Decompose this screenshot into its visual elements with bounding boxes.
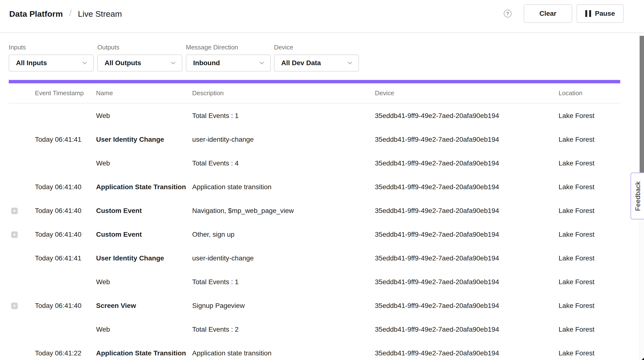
event-description: Total Events : 1 (192, 278, 375, 286)
breadcrumb: Data Platform / Live Stream (9, 9, 122, 19)
event-device: 35eddb41-9ff9-49e2-7aed-20afa90eb194 (375, 112, 558, 120)
event-location: Lake Forest (558, 207, 620, 215)
event-location: Lake Forest (558, 231, 620, 238)
event-location: Lake Forest (558, 160, 620, 167)
inputs-select[interactable]: All Inputs (9, 54, 94, 71)
help-icon[interactable]: ? (504, 10, 512, 17)
event-name: User Identity Change (96, 136, 192, 143)
table-row[interactable]: + Today 06:41:40 Custom Event Navigation… (9, 199, 620, 223)
pause-button[interactable]: Pause (576, 4, 624, 23)
event-location: Lake Forest (558, 302, 620, 310)
event-device: 35eddb41-9ff9-49e2-7aed-20afa90eb194 (375, 278, 558, 286)
event-location: Lake Forest (558, 278, 620, 286)
event-device: 35eddb41-9ff9-49e2-7aed-20afa90eb194 (375, 231, 558, 238)
event-description: Total Events : 4 (192, 160, 375, 167)
table-row[interactable]: + Today 06:41:40 Screen View Signup Page… (9, 294, 620, 318)
scrollbar-thumb[interactable] (640, 36, 644, 173)
event-timestamp: Today 06:41:41 (35, 136, 96, 143)
filter-outputs-label: Outputs (97, 44, 120, 51)
event-name: Application State Transition (96, 349, 192, 357)
device-select-value: All Dev Data (281, 59, 321, 67)
event-device: 35eddb41-9ff9-49e2-7aed-20afa90eb194 (375, 160, 558, 167)
event-timestamp: Today 06:41:40 (35, 302, 96, 310)
table-row[interactable]: Today 06:41:22 Application State Transit… (9, 341, 620, 360)
table-row[interactable]: Web Total Events : 4 35eddb41-9ff9-49e2-… (9, 151, 620, 175)
table-row[interactable]: Today 06:41:41 User Identity Change user… (9, 246, 620, 270)
event-description: user-identity-change (192, 254, 375, 262)
event-location: Lake Forest (558, 136, 620, 143)
event-timestamp: Today 06:41:40 (35, 183, 96, 191)
event-name: Custom Event (96, 207, 192, 215)
message-direction-select-value: Inbound (193, 59, 220, 67)
breadcrumb-data-platform[interactable]: Data Platform (9, 9, 63, 19)
pause-icon (585, 10, 591, 17)
table-row[interactable]: Web Total Events : 1 35eddb41-9ff9-49e2-… (9, 270, 620, 294)
message-direction-select[interactable]: Inbound (186, 54, 271, 71)
inputs-select-value: All Inputs (16, 59, 47, 67)
filter-message-direction-label: Message Direction (186, 44, 238, 51)
event-name: Web (96, 278, 192, 286)
event-location: Lake Forest (558, 254, 620, 262)
event-timestamp: Today 06:41:40 (35, 207, 96, 215)
expand-row-button[interactable]: + (11, 208, 18, 214)
event-description: Total Events : 1 (192, 112, 375, 120)
expand-row-button[interactable]: + (11, 231, 18, 238)
event-name: Custom Event (96, 231, 192, 238)
event-name: User Identity Change (96, 254, 192, 262)
event-device: 35eddb41-9ff9-49e2-7aed-20afa90eb194 (375, 183, 558, 191)
table-row[interactable]: Today 06:41:41 User Identity Change user… (9, 128, 620, 151)
outputs-select[interactable]: All Outputs (97, 54, 182, 71)
event-name: Web (96, 326, 192, 333)
page-header: Data Platform / Live Stream ? Clear Paus… (0, 0, 644, 33)
page-title: Live Stream (78, 9, 122, 19)
event-description: Application state transition (192, 183, 375, 191)
filter-bar: Inputs All Inputs Outputs All Outputs Me… (9, 33, 620, 80)
event-location: Lake Forest (558, 112, 620, 120)
stream-accent-bar (9, 80, 620, 83)
expand-cell: + (9, 303, 35, 309)
column-description: Description (192, 89, 375, 97)
event-description: Other, sign up (192, 231, 375, 238)
chevron-down-icon (82, 60, 88, 66)
table-row[interactable]: Web Total Events : 2 35eddb41-9ff9-49e2-… (9, 318, 620, 341)
event-device: 35eddb41-9ff9-49e2-7aed-20afa90eb194 (375, 302, 558, 310)
column-device: Device (375, 89, 558, 97)
expand-row-button[interactable]: + (11, 303, 18, 309)
feedback-tab[interactable]: Feedback (630, 173, 644, 219)
event-timestamp: Today 06:41:40 (35, 231, 96, 238)
table-row[interactable]: Web Total Events : 1 35eddb41-9ff9-49e2-… (9, 104, 620, 128)
event-device: 35eddb41-9ff9-49e2-7aed-20afa90eb194 (375, 254, 558, 262)
feedback-tab-label: Feedback (634, 181, 642, 211)
column-event-timestamp: Event Timestamp (35, 89, 96, 97)
event-location: Lake Forest (558, 183, 620, 191)
chevron-down-icon (170, 60, 176, 66)
table-row[interactable]: Today 06:41:40 Application State Transit… (9, 175, 620, 199)
event-name: Screen View (96, 302, 192, 310)
event-description: Navigation, $mp_web_page_view (192, 207, 375, 215)
clear-button[interactable]: Clear (524, 4, 572, 23)
event-timestamp: Today 06:41:22 (35, 349, 96, 357)
device-select[interactable]: All Dev Data (274, 54, 359, 71)
event-timestamp: Today 06:41:41 (35, 254, 96, 262)
table-row[interactable]: + Today 06:41:40 Custom Event Other, sig… (9, 223, 620, 246)
expand-cell: + (9, 208, 35, 214)
event-name: Web (96, 160, 192, 167)
event-name: Application State Transition (96, 183, 192, 191)
event-device: 35eddb41-9ff9-49e2-7aed-20afa90eb194 (375, 326, 558, 333)
column-name: Name (96, 89, 192, 97)
event-device: 35eddb41-9ff9-49e2-7aed-20afa90eb194 (375, 136, 558, 143)
event-location: Lake Forest (558, 349, 620, 357)
event-device: 35eddb41-9ff9-49e2-7aed-20afa90eb194 (375, 349, 558, 357)
filter-device-label: Device (274, 44, 293, 51)
clear-button-label: Clear (540, 10, 556, 17)
event-stream-table: Web Total Events : 1 35eddb41-9ff9-49e2-… (9, 104, 620, 360)
chevron-down-icon (259, 60, 265, 66)
event-location: Lake Forest (558, 326, 620, 333)
breadcrumb-separator: / (69, 8, 72, 18)
table-header: Event Timestamp Name Description Device … (9, 83, 620, 103)
event-description: user-identity-change (192, 136, 375, 143)
event-description: Application state transition (192, 349, 375, 357)
pause-button-label: Pause (595, 10, 615, 17)
event-device: 35eddb41-9ff9-49e2-7aed-20afa90eb194 (375, 207, 558, 215)
outputs-select-value: All Outputs (104, 59, 141, 67)
